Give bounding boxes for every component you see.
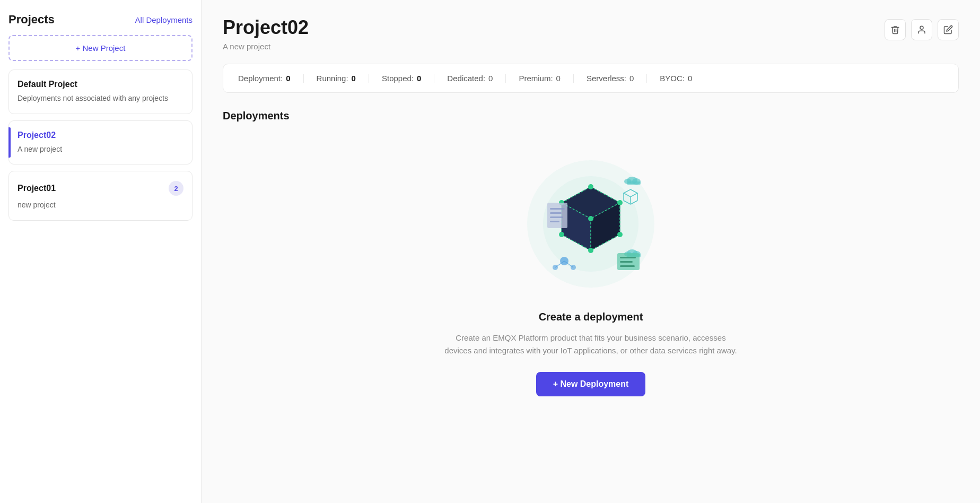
stat-value: 0 (688, 74, 692, 83)
project-card-project01[interactable]: Project01 2 new project (8, 171, 192, 221)
project-subtitle: A new project (223, 42, 309, 51)
deployment-illustration (517, 150, 665, 298)
project-card-header: Project01 2 (18, 181, 183, 196)
stat-item: Dedicated: 0 (447, 74, 506, 83)
stat-label: Dedicated: (447, 74, 485, 83)
project-card-default[interactable]: Default Project Deployments not associat… (8, 70, 192, 114)
new-project-button[interactable]: + New Project (8, 35, 192, 61)
project-name: Project02 (18, 131, 56, 140)
svg-rect-38 (550, 212, 562, 214)
sidebar-title: Projects (8, 13, 55, 27)
stat-item: Premium: 0 (519, 74, 574, 83)
project-name: Default Project (18, 80, 77, 89)
project-name: Project01 (18, 184, 56, 193)
stat-label: Running: (317, 74, 348, 83)
stat-label: Serverless: (587, 74, 626, 83)
stat-item: Serverless: 0 (587, 74, 647, 83)
project-list: Default Project Deployments not associat… (8, 70, 192, 221)
deployments-section-title: Deployments (223, 110, 959, 122)
project-card-header: Default Project (18, 80, 183, 89)
svg-point-0 (920, 26, 923, 29)
deployments-section: Deployments (223, 110, 959, 407)
stat-label: Deployment: (238, 74, 283, 83)
edit-button[interactable] (938, 19, 959, 40)
main-content: Project02 A new project (202, 0, 980, 503)
stat-value: 0 (417, 74, 421, 83)
svg-rect-48 (620, 261, 633, 263)
project-description: A new project (18, 144, 183, 155)
person-icon (917, 25, 926, 34)
empty-state-title: Create a deployment (539, 311, 643, 323)
svg-rect-37 (550, 208, 565, 210)
stat-item: Stopped: 0 (382, 74, 434, 83)
svg-rect-49 (620, 265, 635, 267)
stat-value: 0 (488, 74, 493, 83)
main-header: Project02 A new project (223, 16, 959, 51)
stat-label: Stopped: (382, 74, 414, 83)
project-badge: 2 (169, 181, 183, 196)
project-title: Project02 (223, 16, 309, 39)
stat-value: 0 (352, 74, 356, 83)
stats-bar: Deployment: 0 Running: 0 Stopped: 0 Dedi… (223, 64, 959, 93)
stat-value: 0 (286, 74, 290, 83)
trash-icon (890, 25, 900, 34)
project-card-header: Project02 (18, 131, 183, 140)
empty-state: Create a deployment Create an EMQX Platf… (223, 139, 959, 407)
sidebar: Projects All Deployments + New Project D… (0, 0, 202, 503)
stat-item: Deployment: 0 (238, 74, 304, 83)
delete-button[interactable] (885, 19, 906, 40)
stat-item: BYOC: 0 (660, 74, 692, 83)
stat-value: 0 (556, 74, 561, 83)
sidebar-header: Projects All Deployments (8, 13, 192, 27)
project-description: new project (18, 200, 183, 211)
stat-value: 0 (629, 74, 634, 83)
stat-label: Premium: (519, 74, 553, 83)
new-deployment-button[interactable]: + New Deployment (536, 372, 646, 396)
project-info: Project02 A new project (223, 16, 309, 51)
svg-rect-40 (550, 221, 559, 222)
project-description: Deployments not associated with any proj… (18, 93, 183, 104)
all-deployments-link[interactable]: All Deployments (135, 15, 192, 24)
svg-rect-47 (620, 257, 636, 258)
members-button[interactable] (911, 19, 932, 40)
pencil-icon (943, 25, 953, 34)
action-buttons (885, 19, 959, 40)
svg-rect-36 (547, 203, 567, 228)
svg-rect-39 (550, 216, 563, 218)
project-card-project02[interactable]: Project02 A new project (8, 120, 192, 165)
empty-state-description: Create an EMQX Platform product that fit… (442, 332, 739, 357)
svg-rect-31 (627, 181, 641, 185)
stat-item: Running: 0 (317, 74, 369, 83)
stat-label: BYOC: (660, 74, 685, 83)
